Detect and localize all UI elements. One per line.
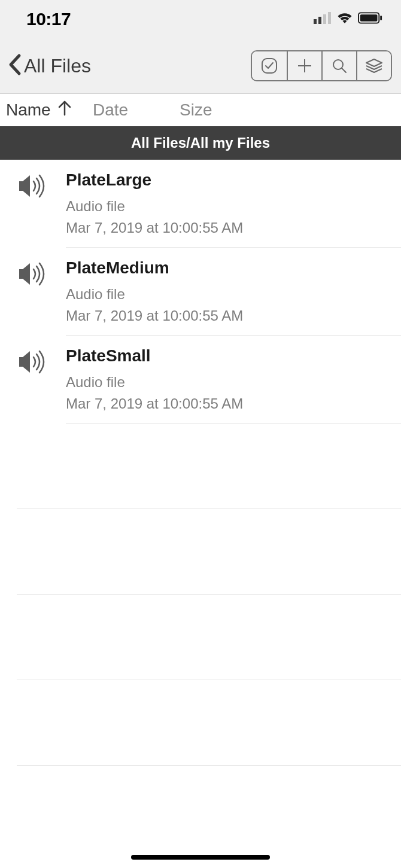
file-row[interactable]: PlateLarge Audio file Mar 7, 2019 at 10:…: [0, 160, 401, 248]
layers-button[interactable]: [356, 51, 391, 80]
empty-row: [17, 595, 401, 680]
arrow-up-icon: [57, 100, 72, 121]
svg-rect-5: [360, 14, 378, 21]
file-row[interactable]: PlateMedium Audio file Mar 7, 2019 at 10…: [0, 248, 401, 336]
sort-by-size[interactable]: Size: [180, 100, 212, 120]
svg-marker-12: [366, 59, 382, 66]
empty-row: [17, 424, 401, 509]
section-header: All Files/All my Files: [0, 126, 401, 160]
home-indicator[interactable]: [131, 855, 270, 860]
status-time: 10:17: [26, 9, 71, 29]
back-title: All Files: [24, 55, 91, 77]
cellular-icon: [314, 12, 332, 26]
select-button[interactable]: [252, 51, 287, 80]
svg-rect-3: [328, 12, 331, 24]
svg-rect-0: [314, 19, 317, 24]
file-type: Audio file: [66, 198, 391, 215]
file-date: Mar 7, 2019 at 10:00:55 AM: [66, 307, 391, 324]
sort-by-name[interactable]: Name: [6, 100, 93, 121]
file-date: Mar 7, 2019 at 10:00:55 AM: [66, 220, 391, 236]
svg-rect-14: [19, 181, 23, 191]
svg-marker-17: [23, 263, 30, 285]
file-date: Mar 7, 2019 at 10:00:55 AM: [66, 395, 391, 412]
svg-rect-18: [19, 357, 23, 367]
svg-rect-2: [323, 14, 326, 24]
empty-row: [17, 509, 401, 595]
file-type: Audio file: [66, 286, 391, 303]
audio-icon: [17, 279, 48, 289]
chevron-left-icon: [7, 53, 23, 78]
svg-rect-6: [380, 16, 382, 20]
file-type: Audio file: [66, 374, 391, 391]
file-name: PlateMedium: [66, 258, 391, 278]
sort-by-date[interactable]: Date: [93, 100, 180, 120]
sort-size-label: Size: [180, 100, 212, 120]
toolbar: [251, 50, 392, 81]
wifi-icon: [336, 12, 353, 26]
file-name: PlateLarge: [66, 170, 391, 190]
status-bar: 10:17: [0, 0, 401, 38]
sort-bar: Name Date Size: [0, 94, 401, 126]
svg-rect-16: [19, 269, 23, 279]
sort-name-label: Name: [6, 100, 51, 120]
audio-icon: [17, 191, 48, 201]
svg-line-11: [342, 68, 346, 72]
search-button[interactable]: [321, 51, 356, 80]
nav-bar: All Files: [0, 38, 401, 94]
svg-rect-7: [262, 59, 277, 73]
add-button[interactable]: [287, 51, 321, 80]
svg-rect-1: [318, 17, 321, 24]
file-name: PlateSmall: [66, 346, 391, 366]
back-button[interactable]: All Files: [7, 53, 91, 78]
audio-icon: [17, 367, 48, 377]
sort-date-label: Date: [93, 100, 128, 120]
battery-icon: [358, 12, 383, 26]
empty-row: [17, 680, 401, 766]
file-row[interactable]: PlateSmall Audio file Mar 7, 2019 at 10:…: [0, 336, 401, 424]
status-icons: [314, 12, 383, 26]
file-list: PlateLarge Audio file Mar 7, 2019 at 10:…: [0, 160, 401, 766]
svg-marker-15: [23, 175, 30, 197]
svg-marker-19: [23, 351, 30, 373]
